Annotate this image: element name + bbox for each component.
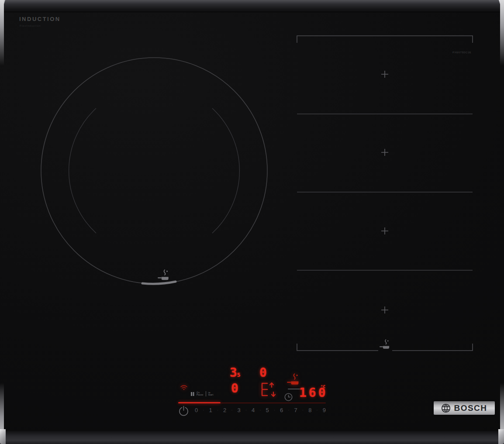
plus-mark-icon — [381, 227, 388, 234]
scale-dot: · — [274, 408, 275, 412]
scale-dot: · — [217, 408, 218, 412]
scale-dot: · — [245, 408, 247, 412]
plus-mark-icon — [381, 306, 388, 313]
scale-dot: · — [317, 408, 318, 412]
frying-sensor-icon — [379, 339, 391, 351]
top-edge-trim — [0, 0, 504, 12]
scale-dot: · — [259, 408, 261, 412]
surface-sublabel: FlexInduction — [20, 24, 41, 27]
move-zone-indicator-icon — [259, 381, 277, 399]
burner-ring-inner-left — [69, 108, 96, 233]
brand-badge: BOSCH — [434, 401, 495, 415]
slider-number[interactable]: 7 — [294, 407, 297, 413]
side-rail-trim — [500, 0, 504, 65]
key-label: Start — [208, 394, 214, 396]
key-divider — [206, 391, 206, 396]
flexzone-top-bracket — [297, 36, 473, 43]
key-label: Pause — [197, 394, 204, 396]
scale-dot: · — [231, 408, 232, 412]
wifi-icon — [180, 384, 188, 391]
sensor-level-bar — [288, 389, 300, 389]
scale-dot: · — [288, 408, 289, 412]
timer-clock-icon[interactable] — [284, 392, 293, 402]
frying-sensor-icon[interactable] — [287, 373, 300, 387]
slider-track[interactable] — [221, 403, 326, 403]
power-level-display[interactable]: 35 — [230, 367, 241, 379]
zone-display-bottom[interactable]: 0 — [231, 382, 238, 395]
power-icon[interactable] — [178, 405, 190, 417]
model-code: PXE675DC1E — [452, 51, 471, 54]
zone-display-top[interactable]: 0 — [259, 367, 267, 379]
front-edge-trim — [0, 431, 504, 444]
plus-mark-icon — [381, 149, 388, 156]
pause-key-icon — [190, 392, 194, 396]
scale-dot: · — [203, 408, 204, 412]
slider-number[interactable]: 1 — [209, 407, 212, 413]
function-keys[interactable]: On Pause re Start — [190, 391, 214, 396]
slider-number[interactable]: 2 — [223, 407, 226, 413]
zone-markings-layer — [0, 0, 504, 444]
slider-number[interactable]: 0 — [195, 407, 198, 413]
cooktop-surface: INDUCTION FlexInduction PXE675DC1E On Pa… — [0, 0, 504, 444]
slider-number[interactable]: 4 — [252, 407, 255, 413]
slider-active-segment[interactable] — [178, 402, 221, 403]
slider-number[interactable]: 9 — [323, 407, 326, 413]
brand-name: BOSCH — [454, 403, 487, 413]
burner-ring-inner-right — [212, 108, 239, 233]
frying-sensor-icon — [157, 269, 170, 282]
power-level-decimal: 5 — [237, 372, 241, 378]
temperature-unit: °C — [321, 385, 325, 389]
scale-dot: · — [302, 408, 304, 412]
power-slider-scale[interactable]: 0 · 1 · 2 · 3 · 4 · 5 · 6 · 7 · 8 · 9 — [195, 406, 326, 414]
power-level-value: 3 — [230, 365, 237, 380]
slider-number[interactable]: 3 — [238, 407, 241, 413]
side-rail-trim — [0, 0, 4, 65]
surface-label: INDUCTION — [19, 16, 61, 22]
slider-number[interactable]: 8 — [308, 407, 311, 413]
bosch-logo-icon — [441, 403, 451, 413]
burner-ring-outer — [41, 58, 267, 284]
corner-trim — [0, 429, 6, 444]
slider-number[interactable]: 6 — [280, 407, 283, 413]
plus-mark-icon — [381, 71, 388, 78]
corner-trim — [498, 429, 504, 444]
slider-number[interactable]: 5 — [266, 407, 269, 413]
